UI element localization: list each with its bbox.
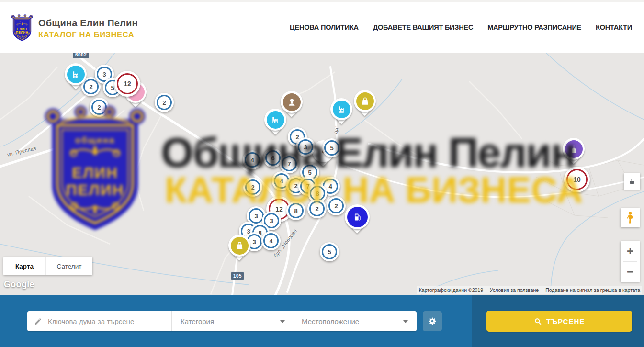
pegman-icon [624, 211, 636, 224]
map-markers-layer: 2351222235467542274812822333834510 [0, 53, 644, 295]
nav-item-add-business[interactable]: ДОБАВЕТЕ ВАШИЯТ БИЗНЕС [373, 23, 473, 31]
site-subtitle: КАТАЛОГ НА БИЗНЕСА [38, 30, 138, 39]
cluster-count: 2 [315, 205, 318, 213]
factory-pin[interactable] [330, 98, 352, 120]
google-logo[interactable]: Google [4, 280, 34, 290]
map-type-control: Карта Сателит [3, 257, 92, 275]
map-type-map-button[interactable]: Карта [3, 257, 45, 275]
location-label: Местоположение [302, 317, 359, 325]
cluster-marker[interactable]: 4 [243, 150, 262, 169]
cluster-count: 5 [330, 145, 333, 152]
cluster-marker[interactable]: 7 [280, 154, 299, 173]
cluster-marker[interactable]: 2 [155, 93, 174, 112]
cluster-count: 3 [304, 144, 307, 151]
cluster-marker[interactable]: 2 [90, 98, 109, 117]
cluster-count: 5 [308, 169, 311, 176]
chevron-down-icon [280, 320, 285, 323]
cluster-count: 3 [102, 71, 106, 78]
road-label: 6002 [73, 53, 89, 58]
municipality-crest-icon [11, 14, 34, 43]
cluster-count: 3 [254, 213, 258, 220]
map-type-satellite-button[interactable]: Сателит [45, 257, 92, 275]
church-pin[interactable] [563, 138, 585, 160]
nav-item-contacts[interactable]: КОНТАКТИ [596, 23, 632, 31]
report-error-link[interactable]: Подаване на сигнал за грешка в картата [545, 287, 640, 293]
site-title: Община Елин Пелин [38, 18, 138, 29]
advanced-settings-button[interactable] [423, 311, 442, 331]
google-map: 6002 105 ул. Преслав бул. „Новосел ци" 2… [0, 53, 644, 295]
gear-icon [428, 316, 437, 326]
cluster-count: 2 [251, 184, 254, 191]
cluster-count: 2 [294, 182, 297, 190]
cluster-marker[interactable]: 5 [320, 242, 339, 261]
cluster-count: 3 [270, 217, 273, 224]
cluster-marker[interactable]: 2 [327, 196, 346, 215]
cluster-marker[interactable]: 10 [564, 167, 590, 192]
chevron-down-icon [403, 320, 408, 323]
search-fields: Категория Местоположение [27, 311, 417, 331]
map-attribution: Картографски данни ©2019 Условия за полз… [417, 286, 642, 294]
site-logo-link[interactable]: Община Елин Пелин КАТАЛОГ НА БИЗНЕСА [11, 14, 138, 43]
cluster-marker[interactable]: 2 [243, 178, 262, 197]
cluster-count: 4 [269, 237, 272, 245]
road-label: 105 [231, 272, 244, 280]
terms-link[interactable]: Условия за ползване [490, 287, 539, 293]
cluster-marker[interactable]: 4 [261, 231, 281, 250]
cluster-marker[interactable]: 3 [296, 137, 315, 157]
cluster-marker[interactable]: 12 [114, 71, 140, 97]
category-label: Категория [181, 317, 214, 325]
main-nav: ЦЕНОВА ПОЛИТИКА ДОБАВЕТЕ ВАШИЯТ БИЗНЕС М… [290, 2, 632, 52]
nav-item-pricing[interactable]: ЦЕНОВА ПОЛИТИКА [290, 23, 359, 31]
keyword-field[interactable] [27, 311, 171, 331]
cluster-marker[interactable]: 2 [307, 199, 327, 218]
nav-item-schedule[interactable]: МАРШРУТНО РАЗПИСАНИЕ [487, 23, 581, 31]
bag-pin[interactable] [354, 90, 376, 112]
search-icon [534, 317, 542, 325]
street-view-pegman[interactable] [621, 208, 640, 227]
bag-pin[interactable] [228, 235, 250, 257]
pencil-icon [34, 317, 42, 325]
location-select[interactable]: Местоположение [294, 311, 417, 331]
cluster-count: 5 [328, 248, 331, 256]
search-button[interactable]: ТЪРСЕНЕ [486, 311, 632, 332]
header: Община Елин Пелин КАТАЛОГ НА БИЗНЕСА ЦЕН… [0, 0, 644, 52]
cluster-count: 2 [89, 83, 92, 90]
category-select[interactable]: Категория [171, 311, 294, 331]
cluster-count: 10 [573, 176, 581, 183]
cluster-count: 3 [252, 238, 256, 246]
lock-icon [628, 178, 636, 185]
cluster-count: 8 [316, 190, 319, 197]
fuel-pin[interactable] [345, 204, 370, 229]
zoom-in-button[interactable]: + [621, 241, 640, 261]
cluster-count: 5 [111, 84, 114, 91]
zoom-control: + − [621, 241, 640, 282]
cluster-count: 7 [287, 160, 291, 168]
search-button-label: ТЪРСЕНЕ [546, 317, 585, 325]
cluster-count: 6 [271, 155, 274, 162]
cluster-count: 12 [275, 205, 283, 213]
zoom-out-button[interactable]: − [621, 262, 640, 282]
cluster-count: 2 [162, 99, 166, 106]
cluster-count: 4 [250, 157, 254, 164]
cluster-marker[interactable]: 5 [322, 138, 341, 157]
cluster-count: 4 [280, 178, 283, 185]
cluster-marker[interactable]: 8 [286, 201, 305, 220]
cluster-count: 4 [328, 183, 332, 190]
cluster-count: 2 [97, 104, 101, 111]
cluster-count: 12 [124, 80, 131, 88]
factory-pin[interactable] [65, 63, 87, 85]
cluster-count: 8 [294, 207, 297, 214]
map-copyright: Картографски данни ©2019 [419, 287, 483, 293]
keyword-input[interactable] [47, 317, 164, 326]
cluster-count: 2 [334, 202, 338, 210]
map-canvas[interactable]: 6002 105 ул. Преслав бул. „Новосел ци" 2… [0, 53, 644, 295]
search-bar: Категория Местоположение ТЪРСЕНЕ [0, 295, 644, 347]
lock-control[interactable] [624, 173, 640, 190]
worker-pin[interactable] [281, 91, 303, 113]
